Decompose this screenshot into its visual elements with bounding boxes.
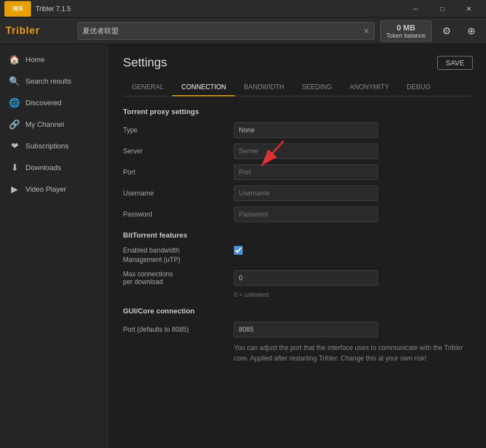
gui-port-label: Port (defaults to 8085): [123, 326, 234, 333]
bittorrent-section-title: BitTorrent features: [123, 231, 473, 239]
sidebar-item-home[interactable]: 🏠 Home: [0, 49, 109, 70]
proxy-server-input[interactable]: [234, 143, 378, 159]
window-controls: ─ □ ✕: [403, 1, 482, 17]
maximize-button[interactable]: □: [429, 1, 455, 17]
settings-icon-button[interactable]: ⚙: [437, 22, 456, 40]
proxy-password-row: Password: [123, 207, 473, 222]
proxy-port-input[interactable]: [234, 164, 378, 180]
sidebar-item-subscriptions[interactable]: ❤ Subscriptions: [0, 135, 109, 157]
proxy-type-label: Type: [123, 126, 234, 134]
channel-icon: 🔗: [9, 119, 20, 130]
proxy-password-input[interactable]: [234, 207, 378, 222]
sidebar-item-my-channel[interactable]: 🔗 My Channel: [0, 114, 109, 135]
sidebar-item-subscriptions-label: Subscriptions: [25, 142, 69, 150]
max-connections-hint: 0 = unlimited: [234, 291, 473, 298]
proxy-server-row: Server: [123, 143, 473, 159]
main-content: Settings SAVE GENERAL CONNECTION BANDWID…: [110, 44, 486, 448]
proxy-username-label: Username: [123, 189, 234, 197]
search-input[interactable]: [83, 27, 363, 35]
sidebar-item-search-results[interactable]: 🔍 Search results: [0, 70, 109, 92]
home-icon: 🏠: [9, 54, 20, 65]
bandwidth-management-label: Enabled bandwidthManagement (uTP): [123, 246, 234, 265]
sidebar-item-downloads-label: Downloads: [25, 163, 61, 172]
tab-bandwidth[interactable]: BANDWIDTH: [235, 79, 293, 96]
globe-icon: 🌐: [9, 97, 20, 108]
gui-port-description: You can adjust the port that the interfa…: [234, 343, 473, 364]
sidebar-item-video-label: Video Player: [25, 185, 66, 193]
download-icon: ⬇: [9, 162, 20, 173]
titlebar: 润东 Tribler 7.1.5 ─ □ ✕: [0, 0, 486, 18]
token-label: Token balance: [386, 32, 426, 39]
proxy-port-row: Port: [123, 164, 473, 180]
bittorrent-section: BitTorrent features Enabled bandwidthMan…: [123, 231, 473, 298]
save-button[interactable]: SAVE: [437, 56, 473, 70]
connection-settings: Torrent proxy settings Type Server Port …: [123, 107, 473, 222]
sidebar-item-home-label: Home: [25, 55, 45, 64]
close-button[interactable]: ✕: [456, 1, 482, 17]
sidebar-item-video-player[interactable]: ▶ Video Player: [0, 178, 109, 200]
gui-port-input[interactable]: [234, 322, 378, 337]
bandwidth-checkbox-wrapper: [234, 246, 243, 255]
token-amount: 0 MB: [386, 23, 426, 32]
max-connections-input[interactable]: [234, 270, 378, 286]
settings-tabs: GENERAL CONNECTION BANDWIDTH SEEDING ANO…: [123, 79, 473, 96]
tab-anonymity[interactable]: ANONYMITY: [341, 79, 398, 96]
main-layout: 🏠 Home 🔍 Search results 🌐 Discovered 🔗 M…: [0, 44, 486, 448]
tab-debug[interactable]: DEBUG: [398, 79, 439, 96]
sidebar-item-discovered-label: Discovered: [25, 99, 62, 107]
bandwidth-management-checkbox[interactable]: [234, 246, 243, 255]
gui-port-row: Port (defaults to 8085): [123, 322, 473, 337]
gui-section-title: GUI/Core connection: [123, 307, 473, 315]
proxy-port-label: Port: [123, 168, 234, 176]
app-logo: 润东: [4, 1, 31, 17]
topbar: Tribler ✕ 0 MB Token balance ⚙ ⊕: [0, 18, 486, 44]
gui-core-section: GUI/Core connection Port (defaults to 80…: [123, 307, 473, 364]
proxy-type-row: Type: [123, 122, 473, 138]
search-bar[interactable]: ✕: [78, 22, 375, 40]
token-balance-display: 0 MB Token balance: [380, 20, 432, 42]
max-connections-label: Max connectionsper download: [123, 270, 234, 286]
bandwidth-management-row: Enabled bandwidthManagement (uTP): [123, 246, 473, 265]
tribler-logo: Tribler: [6, 21, 72, 41]
max-connections-row: Max connectionsper download: [123, 270, 473, 286]
proxy-username-input[interactable]: [234, 186, 378, 201]
proxy-type-input[interactable]: [234, 122, 378, 138]
heart-icon: ❤: [9, 141, 20, 151]
proxy-password-label: Password: [123, 210, 234, 218]
sidebar: 🏠 Home 🔍 Search results 🌐 Discovered 🔗 M…: [0, 44, 110, 448]
sidebar-item-discovered[interactable]: 🌐 Discovered: [0, 92, 109, 114]
settings-title: Settings: [123, 55, 167, 70]
clear-search-button[interactable]: ✕: [363, 27, 370, 35]
add-icon-button[interactable]: ⊕: [462, 22, 480, 40]
sidebar-item-downloads[interactable]: ⬇ Downloads: [0, 157, 109, 178]
minimize-button[interactable]: ─: [403, 1, 428, 17]
sidebar-item-search-label: Search results: [25, 77, 71, 85]
proxy-username-row: Username: [123, 186, 473, 201]
tab-connection[interactable]: CONNECTION: [172, 79, 235, 96]
tab-general[interactable]: GENERAL: [123, 79, 172, 96]
settings-header: Settings SAVE: [123, 55, 473, 70]
proxy-section-title: Torrent proxy settings: [123, 107, 473, 116]
proxy-server-label: Server: [123, 147, 234, 155]
video-icon: ▶: [9, 184, 20, 194]
tab-seeding[interactable]: SEEDING: [293, 79, 341, 96]
search-icon: 🔍: [9, 76, 20, 86]
app-title: Tribler 7.1.5: [35, 5, 403, 13]
sidebar-item-channel-label: My Channel: [25, 120, 64, 128]
